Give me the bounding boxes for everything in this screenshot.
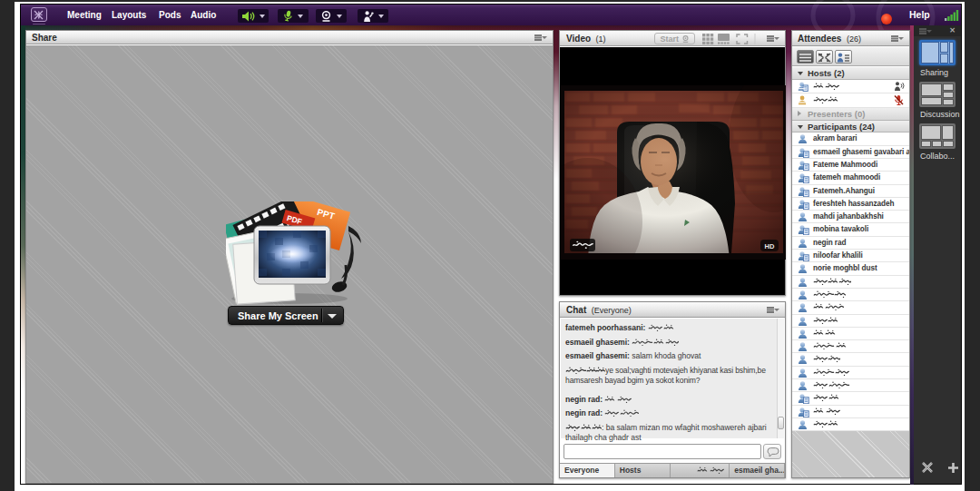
svg-text:HD: HD [765,242,775,250]
